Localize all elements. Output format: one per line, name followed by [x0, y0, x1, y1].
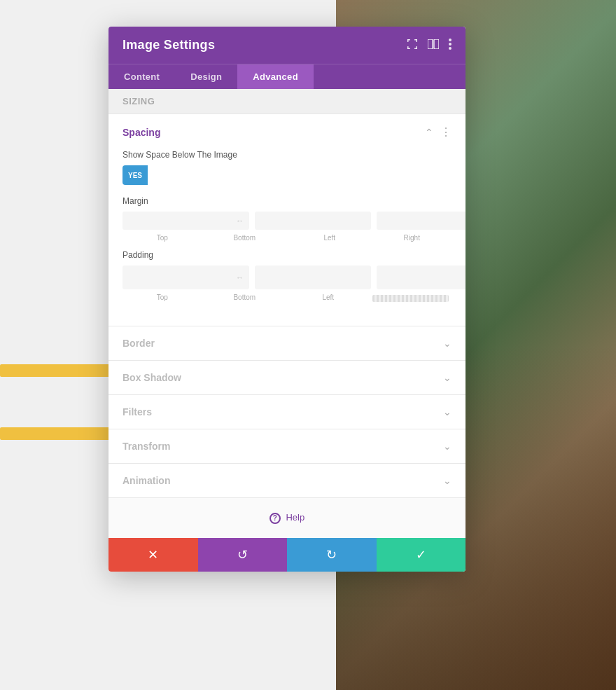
padding-left-field: ↔	[377, 265, 465, 289]
padding-bottom-input[interactable]	[260, 272, 365, 282]
toggle-handle	[150, 167, 162, 183]
section-border: Border ⌄	[108, 326, 465, 361]
transform-header-icons: ⌄	[443, 441, 451, 452]
help-row[interactable]: ? Help	[108, 498, 465, 538]
svg-rect-5	[407, 46, 409, 49]
cancel-button[interactable]: ✕	[108, 538, 198, 572]
box-shadow-expand-icon[interactable]: ⌄	[443, 372, 451, 383]
margin-top-input[interactable]	[128, 216, 233, 226]
image-settings-modal: Image Settings	[108, 27, 465, 572]
animation-title: Animation	[122, 475, 170, 486]
svg-rect-7	[416, 46, 418, 49]
margin-top-field: ↔	[122, 212, 249, 230]
padding-label-pair-1: Top Bottom	[122, 294, 284, 303]
margin-label: Margin	[122, 196, 451, 206]
svg-rect-9	[434, 39, 439, 49]
padding-top-label: Top	[122, 294, 202, 303]
margin-group: Margin ↔ ↔	[122, 196, 451, 242]
redo-button[interactable]: ↻	[287, 538, 377, 572]
margin-bottom-input[interactable]	[260, 216, 365, 226]
focus-icon[interactable]	[407, 39, 418, 53]
undo-button[interactable]: ↺	[198, 538, 288, 572]
filters-title: Filters	[122, 406, 152, 418]
svg-point-11	[449, 43, 451, 46]
section-filters: Filters ⌄	[108, 395, 465, 429]
box-shadow-header-icons: ⌄	[443, 372, 451, 383]
modal-title: Image Settings	[122, 38, 215, 53]
margin-label-pair-2: Left Right	[290, 234, 451, 242]
more-icon[interactable]	[449, 39, 451, 53]
modal-header: Image Settings	[108, 27, 465, 64]
section-animation-header[interactable]: Animation ⌄	[108, 464, 465, 497]
spacing-title: Spacing	[122, 127, 160, 138]
section-transform: Transform ⌄	[108, 429, 465, 464]
border-header-icons: ⌄	[443, 338, 451, 349]
padding-left-label: Left	[290, 294, 367, 303]
section-transform-header[interactable]: Transform ⌄	[108, 429, 465, 463]
filters-header-icons: ⌄	[443, 406, 451, 418]
show-space-toggle[interactable]: YES	[122, 165, 164, 185]
modal-footer: ✕ ↺ ↻ ✓	[108, 538, 465, 572]
margin-top-label: Top	[122, 234, 202, 242]
padding-top-field: ↔	[122, 265, 249, 289]
spacing-header-icons: ⌃ ⋮	[425, 125, 451, 139]
svg-rect-1	[407, 39, 409, 42]
modal-content: Sizing Spacing ⌃ ⋮ Show Space Below The …	[108, 89, 465, 538]
animation-header-icons: ⌄	[443, 475, 451, 486]
section-box-shadow: Box Shadow ⌄	[108, 361, 465, 395]
box-shadow-title: Box Shadow	[122, 372, 181, 383]
margin-right-label: Right	[372, 234, 452, 242]
filters-expand-icon[interactable]: ⌄	[443, 406, 451, 418]
tab-design[interactable]: Design	[175, 64, 237, 89]
toggle-yes-label: YES	[122, 165, 148, 185]
margin-bottom-label: Bottom	[205, 234, 285, 242]
padding-right-label-blurred	[372, 295, 449, 302]
stripe-orange-2	[0, 427, 112, 440]
spacing-collapse-icon[interactable]: ⌃	[425, 127, 433, 138]
svg-point-12	[449, 47, 451, 50]
svg-point-10	[449, 39, 451, 41]
show-space-toggle-row: Show Space Below The Image YES	[122, 150, 451, 185]
margin-left-label: Left	[290, 234, 370, 242]
padding-top-input[interactable]	[128, 272, 233, 282]
padding-left-input[interactable]	[382, 272, 465, 282]
section-border-header[interactable]: Border ⌄	[108, 326, 465, 360]
padding-label-pair-2: Left	[290, 294, 451, 303]
padding-fields-row: ↔ ↔ 1	[122, 265, 451, 289]
tab-advanced[interactable]: Advanced	[237, 64, 314, 89]
save-button[interactable]: ✓	[377, 538, 466, 572]
section-spacing: Spacing ⌃ ⋮ Show Space Below The Image Y…	[108, 114, 465, 326]
section-filters-header[interactable]: Filters ⌄	[108, 395, 465, 429]
margin-label-pair-1: Top Bottom	[122, 234, 284, 242]
show-space-label: Show Space Below The Image	[122, 150, 451, 160]
transform-title: Transform	[122, 441, 170, 452]
section-sizing-header[interactable]: Sizing	[108, 89, 465, 114]
spacing-body: Show Space Below The Image YES Margin ↔	[108, 150, 465, 326]
margin-bottom-field	[255, 212, 371, 230]
margin-left-input[interactable]	[382, 216, 465, 226]
tab-content[interactable]: Content	[108, 64, 175, 89]
transform-expand-icon[interactable]: ⌄	[443, 441, 451, 452]
svg-rect-8	[428, 39, 433, 49]
header-icons	[407, 39, 451, 53]
margin-fields-row: ↔ ↔	[122, 212, 451, 230]
section-animation: Animation ⌄	[108, 464, 465, 498]
spacing-more-icon[interactable]: ⋮	[440, 125, 451, 139]
margin-link-icon-1[interactable]: ↔	[236, 216, 244, 225]
animation-expand-icon[interactable]: ⌄	[443, 475, 451, 486]
modal-tabs: Content Design Advanced	[108, 64, 465, 89]
border-title: Border	[122, 338, 155, 349]
padding-bottom-label: Bottom	[205, 294, 285, 303]
padding-bottom-field	[255, 265, 371, 289]
stripe-orange-1	[0, 364, 112, 377]
border-expand-icon[interactable]: ⌄	[443, 338, 451, 349]
padding-link-icon-1[interactable]: ↔	[236, 273, 244, 282]
padding-group: Padding ↔ ↔	[122, 250, 451, 303]
padding-labels: Top Bottom Left	[122, 294, 451, 303]
columns-icon[interactable]	[428, 39, 439, 52]
margin-left-field: ↔	[377, 212, 465, 230]
section-spacing-header[interactable]: Spacing ⌃ ⋮	[108, 114, 465, 150]
padding-label: Padding	[122, 250, 451, 260]
help-icon: ?	[270, 513, 281, 524]
section-box-shadow-header[interactable]: Box Shadow ⌄	[108, 361, 465, 394]
